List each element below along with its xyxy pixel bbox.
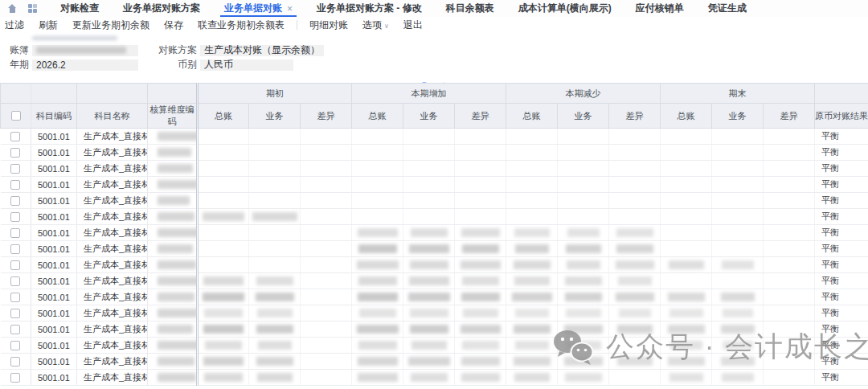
- row-checkbox[interactable]: [10, 260, 20, 270]
- table-row[interactable]: 5001.01生产成本_直接材料平衡: [1, 354, 868, 370]
- select-all-checkbox[interactable]: [11, 111, 21, 121]
- table-row[interactable]: 5001.01生产成本_直接材料平衡: [1, 145, 868, 161]
- toolbar-button-联查业务期初余额表[interactable]: 联查业务期初余额表: [190, 18, 292, 32]
- tab-对账检查[interactable]: 对账检查: [48, 0, 111, 17]
- column-header-总账[interactable]: 总账: [198, 104, 249, 129]
- column-header-差异[interactable]: 差异: [609, 104, 661, 129]
- table-row[interactable]: 5001.01生产成本_直接材料平衡: [1, 177, 868, 193]
- row-checkbox[interactable]: [10, 309, 20, 318]
- dimension-code-cell-redacted: [148, 161, 198, 177]
- row-checkbox[interactable]: [10, 228, 20, 238]
- amount-cell: [301, 241, 352, 257]
- amount-cell: [301, 370, 352, 386]
- toolbar-button-明细对账[interactable]: 明细对账: [302, 18, 355, 32]
- amount-cell-redacted: [455, 257, 506, 273]
- amount-cell-redacted: [661, 305, 712, 321]
- tab-凭证生成[interactable]: 凭证生成: [696, 0, 759, 17]
- column-header-业务[interactable]: 业务: [712, 104, 764, 129]
- amount-cell: [712, 145, 764, 161]
- amount-cell-redacted: [609, 354, 661, 370]
- reconcile-result-cell: 平衡: [815, 145, 868, 161]
- column-header-总账[interactable]: 总账: [352, 104, 403, 129]
- row-checkbox[interactable]: [10, 180, 20, 190]
- account-code-cell: 5001.01: [31, 273, 77, 289]
- amount-cell: [661, 241, 712, 257]
- row-checkbox[interactable]: [10, 357, 20, 366]
- table-row[interactable]: 5001.01生产成本_直接材料平衡: [1, 241, 868, 257]
- amount-cell-redacted: [712, 257, 764, 273]
- row-checkbox[interactable]: [10, 293, 20, 302]
- scheme-select[interactable]: 生产成本对账（显示余额）: [200, 45, 324, 56]
- table-row[interactable]: 5001.01生产成本_直接材料平衡: [1, 338, 868, 354]
- amount-cell: [301, 177, 352, 193]
- toolbar-button-选项[interactable]: 选项∨: [355, 18, 396, 32]
- currency-select[interactable]: 人民币: [200, 59, 293, 71]
- row-checkbox[interactable]: [10, 212, 20, 222]
- amount-cell: [301, 225, 352, 241]
- tab-业务单据对账方案[interactable]: 业务单据对账方案: [111, 0, 212, 17]
- table-row[interactable]: 5001.01生产成本_直接材料平衡: [1, 305, 868, 321]
- book-input[interactable]: [32, 45, 138, 56]
- tab-label: 业务单据对账: [224, 2, 282, 15]
- row-checkbox[interactable]: [10, 164, 20, 174]
- toolbar-button-过滤[interactable]: 过滤: [0, 18, 31, 32]
- tab-close-icon[interactable]: ×: [287, 3, 293, 14]
- column-header-业务[interactable]: 业务: [249, 104, 301, 129]
- tab-成本计算单(横向展示)[interactable]: 成本计算单(横向展示): [506, 0, 624, 17]
- row-checkbox[interactable]: [10, 341, 20, 350]
- row-checkbox[interactable]: [10, 196, 20, 206]
- period-input[interactable]: 2026.2: [32, 59, 138, 71]
- amount-cell-redacted: [455, 225, 506, 241]
- column-header-总账[interactable]: 总账: [661, 104, 712, 129]
- table-row[interactable]: 5001.01生产成本_直接材料平衡: [1, 161, 868, 177]
- row-checkbox[interactable]: [10, 132, 20, 141]
- table-row[interactable]: 5001.01生产成本_直接材料平衡: [1, 273, 868, 289]
- row-checkbox[interactable]: [10, 373, 20, 383]
- tab-科目余额表[interactable]: 科目余额表: [434, 0, 506, 17]
- toolbar-button-保存[interactable]: 保存: [157, 18, 190, 32]
- amount-cell-redacted: [506, 289, 558, 305]
- amount-cell: [249, 145, 301, 161]
- amount-cell-redacted: [558, 338, 609, 354]
- column-header-业务[interactable]: 业务: [403, 104, 455, 129]
- column-header-差异[interactable]: 差异: [455, 104, 506, 129]
- table-row[interactable]: 5001.01生产成本_直接材料平衡: [1, 257, 868, 273]
- amount-cell: [558, 177, 609, 193]
- toolbar-button-刷新[interactable]: 刷新: [31, 18, 65, 32]
- amount-cell-redacted: [558, 241, 609, 257]
- table-row[interactable]: 5001.01生产成本_直接材料平衡: [1, 193, 868, 209]
- amount-cell-redacted: [455, 354, 506, 370]
- column-header-原币对账结果[interactable]: 原币对账结果: [815, 104, 868, 129]
- table-row[interactable]: 5001.01生产成本_直接材料平衡: [1, 209, 868, 225]
- amount-cell: [249, 193, 301, 209]
- tab-应付核销单[interactable]: 应付核销单: [624, 0, 696, 17]
- column-header-业务[interactable]: 业务: [558, 104, 609, 129]
- column-header-核算维度编码[interactable]: 核算维度编码: [148, 104, 198, 129]
- toolbar-button-更新业务期初余额[interactable]: 更新业务期初余额: [65, 18, 157, 32]
- toolbar-button-退出[interactable]: 退出: [396, 18, 430, 32]
- amount-cell-redacted: [403, 225, 455, 241]
- table-row[interactable]: 5001.01生产成本_直接材料平衡: [1, 129, 868, 145]
- tab-业务单据对账[interactable]: 业务单据对账×: [212, 0, 305, 17]
- amount-cell-redacted: [403, 338, 455, 354]
- column-header-差异[interactable]: 差异: [301, 104, 352, 129]
- table-row[interactable]: 5001.01生产成本_直接材料平衡: [1, 370, 868, 386]
- home-icon[interactable]: [7, 4, 18, 13]
- column-header-科目名称[interactable]: 科目名称: [77, 104, 148, 129]
- chevron-down-icon: ∨: [384, 23, 389, 30]
- row-checkbox[interactable]: [10, 325, 20, 334]
- column-header-科目编码[interactable]: 科目编码: [31, 104, 77, 129]
- account-name-cell: 生产成本_直接材料: [77, 177, 148, 193]
- tab-业务单据对账方案 - 修改[interactable]: 业务单据对账方案 - 修改: [305, 0, 434, 17]
- row-checkbox[interactable]: [10, 276, 20, 286]
- table-row[interactable]: 5001.01生产成本_直接材料平衡: [1, 289, 868, 305]
- grid-menu-icon[interactable]: [28, 4, 37, 13]
- row-checkbox[interactable]: [10, 244, 20, 254]
- column-header-总账[interactable]: 总账: [506, 104, 558, 129]
- row-checkbox[interactable]: [10, 148, 20, 158]
- amount-cell: [301, 321, 352, 338]
- table-row[interactable]: 5001.01生产成本_直接材料平衡: [1, 225, 868, 241]
- amount-cell-redacted: [712, 321, 764, 338]
- column-header-差异[interactable]: 差异: [764, 104, 815, 129]
- table-row[interactable]: 5001.01生产成本_直接材料平衡: [1, 321, 868, 338]
